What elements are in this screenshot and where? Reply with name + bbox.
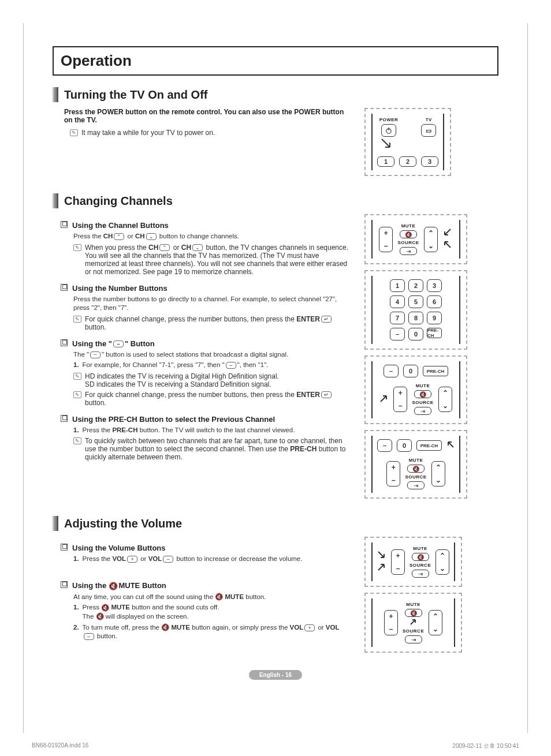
sub-channel-buttons: Using the Channel Buttons Press the CH⌃ … — [61, 220, 353, 276]
section-bar-icon — [53, 193, 58, 208]
power-button-icon — [381, 124, 396, 137]
mute-label: MUTE — [409, 458, 423, 463]
sub-heading: Using the 🔇 MUTE Button — [72, 581, 166, 590]
sub-heading: Using the "–" Button — [72, 339, 155, 348]
arrow-icon — [377, 549, 386, 575]
dash-key-icon: – — [113, 340, 124, 347]
chapter-title-box: Operation — [53, 46, 498, 76]
source-button-icon: ⇥ — [412, 570, 429, 578]
note-icon: ✎ — [73, 437, 81, 444]
num-button: 2 — [408, 279, 423, 292]
step-item: 1. For example, for Channel "7-1", press… — [73, 361, 345, 370]
mute-button-icon: 🔇 — [412, 553, 429, 561]
section-adjusting-volume: Adjusting the Volume Using the Volume Bu… — [53, 516, 498, 653]
num-button: 0 — [397, 439, 412, 452]
mute-button-icon: 🔇 — [400, 230, 417, 238]
prech-button: PRE-CH — [423, 366, 448, 376]
mute-label: MUTE — [416, 383, 430, 388]
tv-label: TV — [426, 117, 432, 122]
prech-button: PRE-CH — [416, 440, 442, 451]
sub-heading: Using the PRE-CH Button to select the Pr… — [72, 415, 275, 424]
arrow-icon — [409, 617, 418, 628]
mute-icon: 🔇 — [96, 612, 104, 622]
vol-rocker-icon: +– — [393, 387, 407, 412]
vol-up-icon: + — [304, 624, 315, 631]
dash-button: – — [377, 439, 392, 452]
ch-up-icon: ⌃ — [114, 233, 124, 240]
note-icon: ✎ — [70, 129, 78, 136]
mute-icon: 🔇 — [161, 623, 169, 633]
num-2-button: 2 — [399, 156, 416, 167]
vol-rocker-icon: +– — [384, 610, 398, 635]
num-button: 5 — [408, 295, 423, 308]
source-label: SOURCE — [405, 474, 426, 480]
mute-icon: 🔇 — [109, 582, 117, 590]
note-icon: ✎ — [73, 391, 81, 398]
remote-figure-power: POWER TV ▭ — [364, 108, 451, 176]
section-turning-on-off: Turning the TV On and Off Press the POWE… — [53, 87, 498, 176]
arrow-icon — [381, 138, 393, 153]
body-text: Press the CH⌃ or CH⌄ button to change ch… — [73, 232, 345, 241]
note-text: HD indicates the TV is receiving a Digit… — [85, 372, 279, 388]
section-heading: Changing Channels — [64, 194, 173, 208]
body-text: At any time, you can cut off the sound u… — [73, 593, 345, 602]
source-button-icon: ⇥ — [414, 407, 431, 415]
source-button-icon: ⇥ — [400, 247, 417, 255]
note-icon: ✎ — [73, 373, 81, 380]
dash-key-icon: – — [90, 351, 100, 358]
source-label: SOURCE — [409, 563, 431, 568]
mute-button-icon: 🔇 — [414, 390, 431, 398]
source-label: SOURCE — [397, 240, 419, 245]
section-changing-channels: Changing Channels Using the Channel Butt… — [53, 193, 498, 499]
note-text: For quick channel change, press the numb… — [85, 391, 351, 407]
bullet-box-icon — [61, 544, 68, 551]
enter-icon: ↵ — [321, 391, 332, 398]
source-label: SOURCE — [403, 628, 424, 634]
page-content: Operation Turning the TV On and Off Pres… — [23, 23, 528, 733]
num-button: 0 — [408, 328, 423, 340]
power-label: POWER — [379, 117, 399, 122]
sub-heading: Using the Number Buttons — [72, 284, 167, 293]
mute-icon: 🔇 — [215, 593, 223, 602]
ch-down-icon: ⌄ — [146, 233, 157, 240]
num-button: 9 — [427, 312, 442, 324]
step-item: 1. Press the PRE-CH button. The TV will … — [73, 426, 345, 435]
bullet-box-icon — [61, 415, 68, 422]
note-text: It may take a while for your TV to power… — [81, 129, 215, 137]
note-text: For quick channel change, press the numb… — [85, 315, 351, 331]
chapter-title: Operation — [61, 52, 490, 70]
vol-down-icon: – — [163, 556, 173, 563]
note-line: ✎ It may take a while for your TV to pow… — [70, 129, 347, 137]
bullet-box-icon — [61, 339, 68, 346]
mute-icon: 🔇 — [101, 604, 109, 613]
sub-heading: Using the Volume Buttons — [72, 544, 166, 552]
ch-down-icon: ⌄ — [192, 244, 203, 251]
num-button: 3 — [427, 279, 442, 292]
vol-rocker-icon: +– — [386, 461, 400, 486]
ch-rocker-icon: ⌃⌄ — [431, 461, 445, 486]
intro-text: Press the POWER button on the remote con… — [64, 108, 353, 124]
step-item: 1. Press 🔇 MUTE button and the sound cut… — [73, 603, 345, 621]
dash-button: – — [390, 328, 405, 340]
note-text: When you press the CH⌃ or CH⌄ button, th… — [85, 244, 351, 276]
note-icon: ✎ — [73, 316, 81, 323]
note-icon: ✎ — [73, 244, 81, 251]
num-button: 4 — [390, 295, 405, 308]
mute-label: MUTE — [413, 546, 427, 551]
bullet-box-icon — [61, 284, 68, 291]
vol-down-icon: – — [84, 633, 94, 640]
num-button: 8 — [408, 312, 423, 324]
num-button: 1 — [390, 279, 405, 292]
tv-button-icon: ▭ — [421, 124, 436, 137]
sub-mute-button: Using the 🔇 MUTE Button At any time, you… — [61, 580, 353, 641]
page-number-badge: English - 16 — [53, 670, 498, 680]
dash-button: – — [384, 365, 399, 377]
source-label: SOURCE — [412, 400, 433, 405]
sub-number-buttons: Using the Number Buttons Press the numbe… — [61, 283, 353, 331]
num-3-button: 3 — [421, 156, 438, 167]
note-text: To quickly switch between two channels t… — [85, 437, 351, 461]
mute-button-icon: 🔇 — [405, 609, 422, 617]
mute-label: MUTE — [406, 602, 420, 607]
sub-heading: Using the Channel Buttons — [72, 221, 169, 230]
ch-rocker-icon: ⌃⌄ — [438, 387, 452, 412]
